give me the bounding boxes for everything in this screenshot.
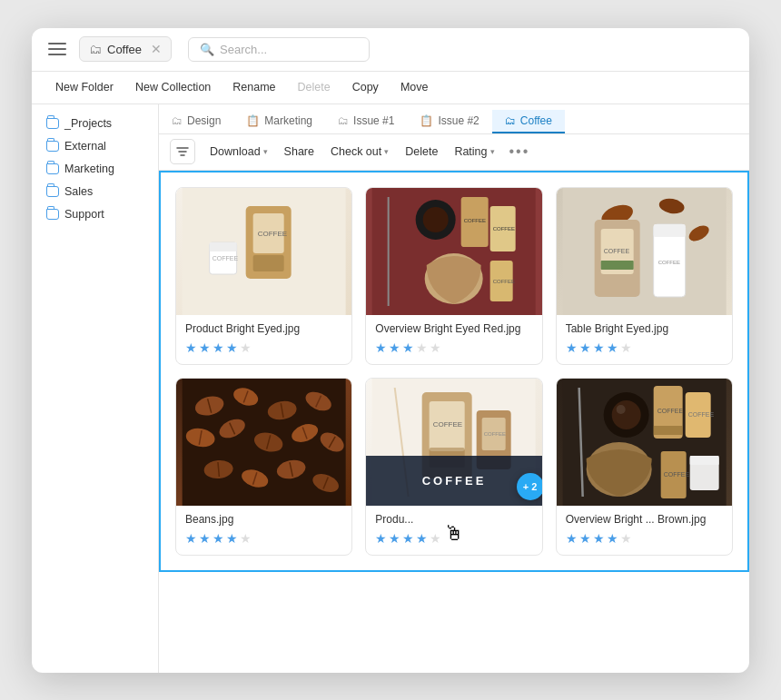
svg-text:COFFEE: COFFEE [657,408,683,414]
asset-card-6[interactable]: COFFEE COFFEE COFFEE [556,378,733,556]
svg-rect-80 [689,456,718,465]
card-name-6: Overview Bright ... Brown.jpg [566,513,723,526]
folder-icon: 🗂 [89,42,102,56]
card-stars-2: ★ ★ ★ ★ ★ [375,340,532,355]
star: ★ [213,531,224,546]
sidebar-label: External [64,140,106,153]
move-button[interactable]: Move [391,77,438,97]
share-label: Share [284,145,314,158]
delete-label: Delete [405,145,438,158]
star: ★ [375,340,387,355]
star: ★ [607,531,618,546]
sidebar-item-sales[interactable]: Sales [35,181,154,202]
titlebar: 🗂 Coffee ✕ 🔍 Search... [32,28,749,72]
star: ★ [389,340,400,355]
star: ★ [593,340,605,355]
asset-card-5[interactable]: COFFEE COFFEE [365,378,542,556]
current-tab[interactable]: 🗂 Coffee ✕ [79,36,172,62]
stack-icon: 📋 [246,114,260,127]
star: ★ [226,340,238,355]
card-thumbnail-3: COFFEE COFFEE [557,188,732,315]
sidebar: _Projects External Marketing Sales Suppo… [32,104,159,673]
delete-action-button[interactable]: Delete [398,142,445,162]
sidebar-item-support[interactable]: Support [35,203,154,225]
folder-icon [46,209,59,220]
chevron-down-icon: ▾ [490,147,495,156]
folder-icon [46,163,59,174]
sidebar-label: Support [64,208,104,221]
app-window: 🗂 Coffee ✕ 🔍 Search... New Folder New Co… [32,28,749,673]
card-info-4: Beans.jpg ★ ★ ★ ★ ★ [176,506,351,555]
star: ★ [607,340,618,355]
star: ★ [430,531,441,546]
asset-card-1[interactable]: COFFEE COFFEE Product Bright Eyed.jpg [175,187,352,365]
drag-overlay-text: COFFEE [422,474,487,488]
svg-text:COFFEE: COFFEE [484,431,506,437]
card-name-4: Beans.jpg [185,513,342,526]
grid-outer: COFFEE COFFEE Product Bright Eyed.jpg [159,171,749,673]
svg-rect-24 [653,224,685,237]
main-panel: 🗂 Design 📋 Marketing 🗂 Issue #1 📋 Issue … [159,104,749,673]
svg-text:COFFEE: COFFEE [464,218,486,223]
star: ★ [199,340,211,355]
asset-card-4[interactable]: Beans.jpg ★ ★ ★ ★ ★ [175,378,352,556]
asset-grid: COFFEE COFFEE Product Bright Eyed.jpg [175,187,733,556]
sidebar-label: Marketing [64,163,114,175]
breadcrumb-marketing[interactable]: 📋 Marketing [233,110,325,133]
card-thumbnail-1: COFFEE COFFEE [176,188,351,315]
asset-card-3[interactable]: COFFEE COFFEE Table Brig [556,187,733,365]
drag-overlay: COFFEE [366,456,541,506]
search-bar[interactable]: 🔍 Search... [188,37,370,62]
sidebar-item-external[interactable]: External [35,135,154,157]
rename-button[interactable]: Rename [223,77,284,97]
delete-button[interactable]: Delete [289,77,340,97]
chevron-down-icon: ▾ [384,147,389,156]
asset-card-2[interactable]: COFFEE COFFEE COFFEE [365,187,542,365]
svg-text:COFFEE: COFFEE [493,279,515,284]
star: ★ [185,340,197,355]
svg-text:COFFEE: COFFEE [663,471,689,478]
breadcrumb-coffee[interactable]: 🗂 Coffee [492,110,565,133]
rating-button[interactable]: Rating ▾ [447,142,501,162]
cursor-icon: 🖱 [444,522,464,546]
new-collection-button[interactable]: New Collection [126,77,220,97]
star: ★ [199,531,211,546]
breadcrumb-issue1[interactable]: 🗂 Issue #1 [325,110,407,133]
toolbar: New Folder New Collection Rename Delete … [32,72,749,104]
star: ★ [416,531,428,546]
card-name-3: Table Bright Eyed.jpg [566,322,723,335]
checkout-label: Check out [331,145,381,158]
download-label: Download [210,145,261,158]
breadcrumb-design[interactable]: 🗂 Design [159,110,233,133]
star: ★ [620,340,632,355]
card-thumbnail-4 [176,379,351,506]
breadcrumb-issue2[interactable]: 📋 Issue #2 [407,110,491,133]
svg-rect-29 [600,261,633,270]
sidebar-item-marketing[interactable]: Marketing [35,158,154,180]
filter-icon-button[interactable] [170,139,195,164]
share-button[interactable]: Share [277,142,321,162]
star: ★ [416,340,428,355]
new-folder-button[interactable]: New Folder [46,77,123,97]
action-bar: Download ▾ Share Check out ▾ Delete Rati… [159,134,749,171]
hamburger-icon[interactable] [44,36,70,62]
copy-button[interactable]: Copy [343,77,388,97]
folder-icon: 🗂 [172,114,183,127]
card-thumbnail-5: COFFEE COFFEE [366,379,541,506]
checkout-button[interactable]: Check out ▾ [323,142,396,162]
svg-text:COFFEE: COFFEE [213,255,239,261]
star: ★ [240,340,252,355]
body: _Projects External Marketing Sales Suppo… [32,104,749,673]
more-options-icon[interactable]: ••• [504,143,536,160]
grid-area: COFFEE COFFEE Product Bright Eyed.jpg [159,171,749,572]
card-info-2: Overview Bright Eyed Red.jpg ★ ★ ★ ★ ★ [366,315,541,364]
close-tab-icon[interactable]: ✕ [151,42,162,56]
download-button[interactable]: Download ▾ [203,142,275,162]
folder-icon [46,118,59,129]
sidebar-item-projects[interactable]: _Projects [35,113,154,134]
svg-rect-7 [210,242,237,251]
svg-text:COFFEE: COFFEE [493,226,515,232]
svg-text:COFFEE: COFFEE [687,411,714,418]
card-info-6: Overview Bright ... Brown.jpg ★ ★ ★ ★ ★ [557,506,732,555]
star: ★ [375,531,387,546]
